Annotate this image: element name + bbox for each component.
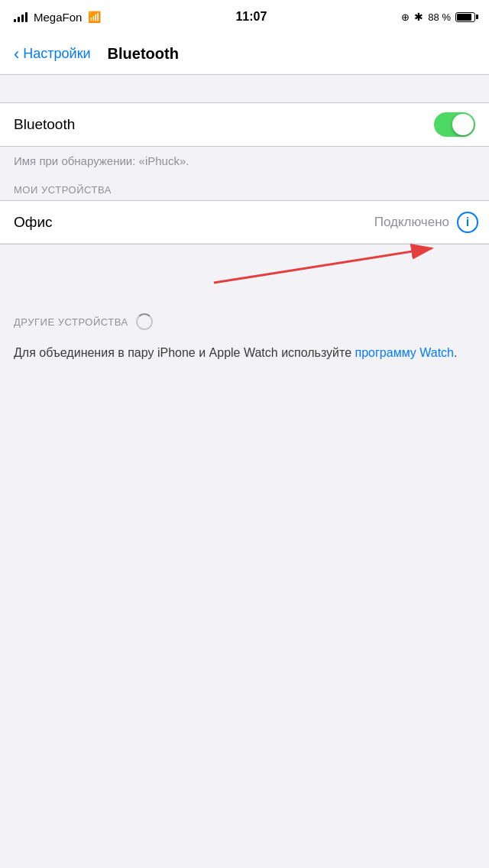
back-button[interactable]: ‹ Настройки <box>14 44 91 64</box>
watch-note: Для объединения в пару iPhone и Apple Wa… <box>0 335 489 376</box>
bluetooth-label: Bluetooth <box>14 116 75 133</box>
loading-spinner <box>136 313 153 330</box>
nav-bar: ‹ Настройки Bluetooth <box>0 34 489 75</box>
page-title: Bluetooth <box>108 45 179 63</box>
bluetooth-section: Bluetooth <box>0 102 489 147</box>
status-right: ⊕ ✱ 88 % <box>401 11 475 23</box>
battery-icon <box>455 12 475 22</box>
location-icon: ⊕ <box>401 11 410 23</box>
watch-note-text1: Для объединения в пару iPhone и Apple Wa… <box>14 346 355 359</box>
back-label: Настройки <box>23 46 90 62</box>
svg-line-1 <box>214 248 432 283</box>
back-chevron-icon: ‹ <box>14 44 19 64</box>
watch-app-link[interactable]: программу Watch <box>355 346 454 359</box>
my-devices-section: Офис Подключено i <box>0 200 489 245</box>
status-left: MegaFon 📶 <box>14 11 101 24</box>
wifi-icon: 📶 <box>88 11 101 23</box>
carrier-label: MegaFon <box>34 11 82 24</box>
bluetooth-row: Bluetooth <box>0 103 489 146</box>
info-button[interactable]: i <box>457 212 478 233</box>
my-devices-header: МОИ УСТРОЙСТВА <box>0 178 489 200</box>
status-bar: MegaFon 📶 11:07 ⊕ ✱ 88 % <box>0 0 489 34</box>
signal-bars-icon <box>14 11 28 22</box>
bottom-area <box>0 376 489 682</box>
discovery-note: Имя при обнаружении: «iPhuck». <box>0 147 489 178</box>
watch-note-text2: . <box>454 346 457 359</box>
device-name: Офис <box>14 214 53 231</box>
toggle-knob <box>452 114 474 135</box>
bluetooth-toggle[interactable] <box>434 112 475 137</box>
arrow-annotation <box>0 245 489 306</box>
bluetooth-icon: ✱ <box>414 11 423 23</box>
device-row-ofis: Офис Подключено i <box>0 201 489 244</box>
other-devices-label: ДРУГИЕ УСТРОЙСТВА <box>14 316 128 328</box>
other-devices-header-row: ДРУГИЕ УСТРОЙСТВА <box>0 306 489 335</box>
device-right: Подключено i <box>374 212 478 233</box>
section-gap-top <box>0 75 489 102</box>
connected-status: Подключено <box>374 215 449 230</box>
status-time: 11:07 <box>235 10 267 24</box>
battery-pct: 88 % <box>428 11 451 23</box>
